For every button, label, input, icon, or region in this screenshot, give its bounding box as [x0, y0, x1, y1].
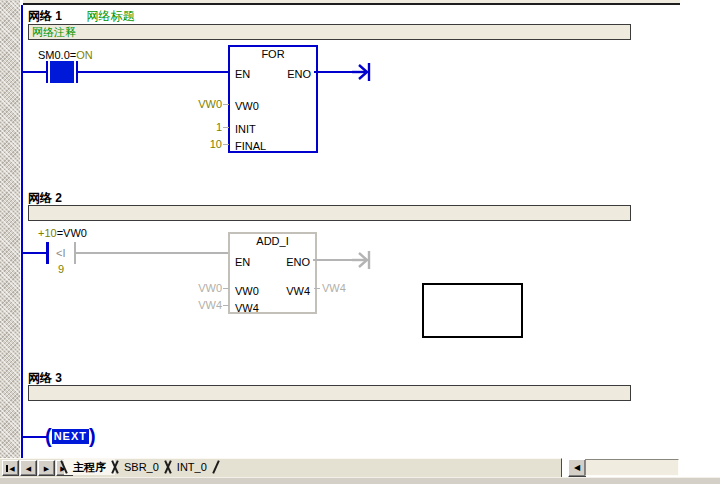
contact-left-bar — [46, 61, 48, 83]
eno-pin-label: ENO — [287, 68, 311, 81]
network-2-header[interactable]: 网络 2 — [28, 188, 62, 206]
network-3-comment-box[interactable] — [28, 385, 631, 401]
next-coil[interactable]: ( NEXT ) — [45, 425, 96, 447]
compare-state: +10 — [38, 227, 57, 239]
compare-left-bar — [46, 242, 49, 264]
param-tie — [223, 288, 229, 289]
add-out-status: VW4 — [322, 282, 346, 295]
network-1-title: 网络标题 — [86, 9, 134, 23]
contact-address: SM0.0= — [38, 49, 76, 61]
previous-arrow-icon: ◀ — [26, 465, 31, 472]
en-pin-label: EN — [235, 256, 250, 269]
for-instruction-box[interactable]: FOR EN ENO VW0 INIT FINAL — [228, 45, 318, 153]
tab-sbr0[interactable]: SBR_0 — [115, 459, 168, 475]
param-tie — [223, 144, 229, 145]
coil-close-paren: ) — [89, 425, 96, 447]
add-in1-param[interactable]: VW0 — [235, 285, 259, 298]
no-power-arrow-icon — [352, 249, 374, 271]
tab-main-program[interactable]: 主程序 — [64, 459, 115, 475]
empty-box-placeholder[interactable] — [422, 283, 523, 338]
for-final-operand[interactable]: 10 — [150, 138, 222, 151]
network-2-label: 网络 2 — [28, 191, 62, 205]
wire-segment — [314, 71, 352, 73]
scroll-left-arrow-icon: ◀ — [574, 464, 580, 472]
ladder-editor-window: 网络 1 网络标题 网络注释 SM0.0=ON FOR EN ENO VW0 I… — [0, 0, 720, 484]
contact-state: ON — [76, 49, 93, 61]
for-init-param[interactable]: INIT — [235, 123, 256, 136]
add-instruction-box[interactable]: ADD_I EN ENO VW0 VW4 VW4 — [228, 232, 317, 314]
for-init-operand[interactable]: 1 — [150, 121, 222, 134]
first-bar-icon — [6, 465, 8, 472]
tab-int0[interactable]: INT_0 — [168, 459, 216, 475]
compare-operand[interactable]: 9 — [58, 263, 64, 276]
for-index-operand[interactable]: VW0 — [150, 98, 222, 111]
program-tabs: 主程序 SBR_0 INT_0 — [64, 459, 216, 475]
param-tie — [223, 127, 229, 128]
network-2-comment-box[interactable] — [28, 205, 631, 221]
network-3-header[interactable]: 网络 3 — [28, 368, 62, 386]
window-bottom-edge — [0, 477, 720, 484]
network-3-label: 网络 3 — [28, 371, 62, 385]
wire-segment — [313, 259, 352, 261]
wire-segment — [23, 252, 47, 254]
compare-status-label: +10=VW0 — [38, 227, 87, 240]
for-index-param[interactable]: VW0 — [235, 100, 259, 113]
first-arrow-icon: ◀ — [9, 465, 14, 472]
add-in1-status: VW0 — [150, 282, 222, 295]
hscroll-left-button[interactable]: ◀ — [568, 459, 586, 477]
wire-segment — [23, 71, 47, 73]
hscroll-track[interactable] — [585, 459, 679, 476]
wire-segment — [76, 252, 228, 254]
network-1-label: 网络 1 — [28, 9, 62, 23]
add-out-param[interactable]: VW4 — [286, 285, 310, 298]
network-1-comment-text: 网络注释 — [32, 26, 76, 38]
compare-operator: <I — [56, 247, 65, 260]
contact-energized-block — [50, 61, 74, 83]
wire-segment — [78, 71, 228, 73]
en-pin-label: EN — [235, 68, 250, 81]
next-arrow-icon: ▶ — [44, 465, 49, 472]
network-1-header[interactable]: 网络 1 网络标题 — [28, 6, 134, 24]
first-tab-button[interactable]: ◀ — [2, 460, 19, 476]
power-flow-arrow-icon — [352, 61, 374, 83]
network-1-comment-box[interactable]: 网络注释 — [28, 24, 631, 40]
add-in2-status: VW4 — [150, 299, 222, 312]
previous-tab-button[interactable]: ◀ — [20, 460, 37, 476]
network-selection-margin[interactable] — [0, 0, 20, 477]
network-separator-bar — [23, 0, 680, 5]
param-tie — [314, 288, 320, 289]
coil-open-paren: ( — [45, 425, 52, 447]
add-in2-param[interactable]: VW4 — [235, 302, 259, 315]
for-box-title: FOR — [230, 48, 316, 61]
coil-label: NEXT — [52, 429, 89, 444]
for-final-param[interactable]: FINAL — [235, 140, 266, 153]
compare-address: =VW0 — [57, 227, 87, 239]
eno-pin-label: ENO — [286, 256, 310, 269]
param-tie — [223, 305, 229, 306]
next-tab-button[interactable]: ▶ — [38, 460, 55, 476]
add-box-title: ADD_I — [230, 235, 315, 248]
param-tie — [223, 104, 229, 105]
